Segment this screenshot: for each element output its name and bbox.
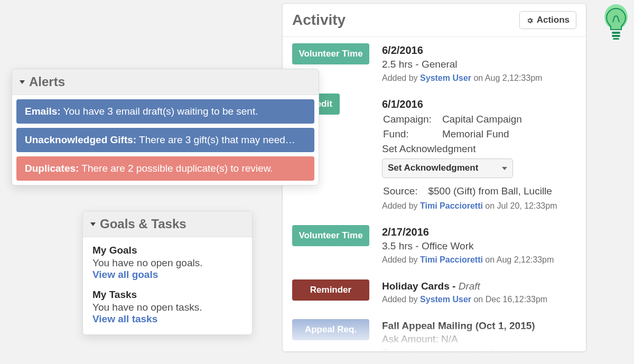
my-tasks-section: My Tasks You have no open tasks. View al…	[92, 289, 243, 325]
goals-tasks-panel: Goals & Tasks My Goals You have no open …	[82, 211, 253, 335]
activity-panel: Activity Actions Soft Credit Volunteer T…	[282, 3, 586, 352]
entry-date: 2/17/2016	[382, 225, 576, 239]
entry-team: Team Member: None defined	[382, 346, 576, 352]
goals-header[interactable]: Goals & Tasks	[83, 211, 252, 237]
svg-rect-2	[612, 35, 620, 37]
badge-appeal-req[interactable]: Appeal Req.	[292, 319, 369, 340]
set-ack-text: Set Acknowledgment	[382, 142, 576, 156]
activity-item: Appeal Req. Fall Appeal Mailing (Oct 1, …	[292, 319, 576, 352]
user-link[interactable]: Timi Paccioretti	[420, 255, 483, 264]
activity-body: Volunteer Time 6/2/2016 2.5 hrs - Genera…	[283, 37, 586, 352]
entry-line: 3.5 hrs - Office Work	[382, 239, 576, 253]
svg-rect-1	[612, 32, 620, 34]
entry-meta: Added by Timi Paccioretti on Aug 2,12:33…	[382, 254, 576, 266]
goals-body: My Goals You have no open goals. View al…	[83, 237, 252, 334]
no-goals-text: You have no open goals.	[92, 257, 243, 269]
entry-date: 6/1/2016	[382, 97, 576, 111]
user-link[interactable]: System User	[420, 295, 471, 304]
my-goals-section: My Goals You have no open goals. View al…	[92, 245, 243, 281]
entry-title: Fall Appeal Mailing (Oct 1, 2015)	[382, 319, 576, 333]
entry-title: Holiday Cards - Draft	[382, 279, 576, 293]
activity-entry: 2/17/2016 3.5 hrs - Office Work Added by…	[382, 225, 576, 265]
badge-volunteer-time[interactable]: Volunteer Time	[292, 43, 369, 64]
entry-line: 2.5 hrs - General	[382, 58, 576, 71]
entry-meta: Added by System User on Dec 16,12:33pm	[382, 294, 576, 305]
alert-duplicates[interactable]: Duplicates: There are 2 possible duplica…	[16, 156, 314, 181]
set-acknowledgment-select[interactable]: Set Acknowledgment	[382, 158, 513, 178]
user-link[interactable]: Timi Paccioretti	[420, 201, 483, 210]
activity-entry: Fall Appeal Mailing (Oct 1, 2015) Ask Am…	[382, 319, 576, 352]
activity-item: Reminder Holiday Cards - Draft Added by …	[292, 279, 576, 305]
badge-volunteer-time[interactable]: Volunteer Time	[292, 225, 369, 246]
my-goals-heading: My Goals	[92, 245, 243, 256]
goals-title: Goals & Tasks	[100, 217, 187, 231]
entry-ask: Ask Amount: N/A	[382, 332, 576, 346]
alerts-header[interactable]: Alerts	[12, 69, 319, 95]
activity-item: Volunteer Time 6/2/2016 2.5 hrs - Genera…	[292, 43, 576, 83]
view-all-tasks-link[interactable]: View all tasks	[92, 313, 243, 325]
view-all-goals-link[interactable]: View all goals	[92, 269, 243, 281]
entry-source: Source: $500 (Gift) from Ball, Lucille	[382, 183, 576, 199]
alerts-title: Alerts	[29, 74, 65, 89]
my-tasks-heading: My Tasks	[92, 289, 243, 301]
chevron-down-icon	[502, 167, 507, 170]
alert-emails[interactable]: Emails: You have 3 email draft(s) waitin…	[16, 99, 314, 124]
activity-header: Activity Actions	[283, 4, 586, 37]
activity-entry: Holiday Cards - Draft Added by System Us…	[382, 279, 576, 305]
alert-unacknowledged-gifts[interactable]: Unacknowledged Gifts: There are 3 gift(s…	[16, 128, 314, 152]
svg-rect-3	[613, 38, 619, 40]
alerts-body: Emails: You have 3 email draft(s) waitin…	[12, 95, 319, 185]
actions-label: Actions	[537, 15, 570, 25]
entry-kv: Campaign:Capital Campaign Fund:Memorial …	[382, 111, 527, 142]
entry-meta: Added by System User on Aug 2,12:33pm	[382, 72, 576, 84]
badge-reminder[interactable]: Reminder	[292, 279, 369, 301]
chevron-down-icon	[90, 222, 96, 226]
activity-entry: 6/2/2016 2.5 hrs - General Added by Syst…	[382, 43, 576, 83]
lightbulb-icon	[601, 3, 631, 41]
entry-meta: Added by Timi Paccioretti on Jul 20, 12:…	[382, 200, 576, 212]
actions-button[interactable]: Actions	[519, 11, 576, 29]
activity-item: Volunteer Time 2/17/2016 3.5 hrs - Offic…	[292, 225, 576, 265]
alerts-panel: Alerts Emails: You have 3 email draft(s)…	[12, 69, 319, 185]
activity-entry: 6/1/2016 Campaign:Capital Campaign Fund:…	[382, 97, 576, 211]
no-tasks-text: You have no open tasks.	[92, 302, 243, 313]
activity-title: Activity	[292, 12, 346, 29]
chevron-down-icon	[20, 80, 25, 84]
gear-icon	[526, 16, 534, 24]
entry-date: 6/2/2016	[382, 43, 576, 58]
user-link[interactable]: System User	[420, 73, 471, 82]
